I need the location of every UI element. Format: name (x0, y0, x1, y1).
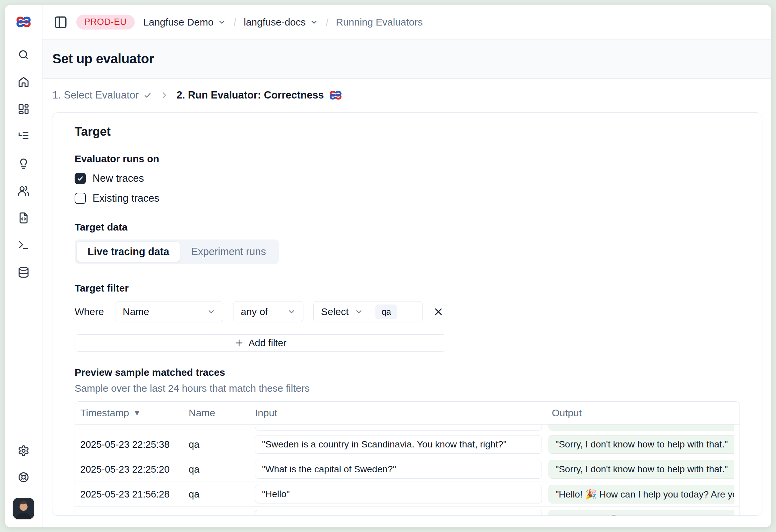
sort-desc-icon: ▼ (133, 408, 141, 417)
tab-live-tracing-data[interactable]: Live tracing data (77, 242, 180, 262)
trace-name: qa (189, 464, 255, 475)
trace-output-cell: "Hello! 🎉 How can I help you today? Are … (549, 485, 734, 504)
wizard-steps: 1. Select Evaluator 2. Run Evaluator: Co… (42, 78, 771, 112)
check-icon (143, 91, 152, 100)
col-input: Input (255, 407, 549, 418)
tab-experiment-runs[interactable]: Experiment runs (180, 242, 276, 262)
runs-on-label: Evaluator runs on (74, 153, 740, 165)
table-row[interactable]: 2025-05-23 22:25:38 qa "Sweden is a coun… (75, 432, 740, 457)
filter-row: Where Name any of Select (74, 301, 740, 322)
chevron-down-icon (310, 18, 318, 26)
chevron-down-icon (287, 308, 296, 316)
chevron-down-icon (207, 308, 216, 316)
target-card: Target Evaluator runs on New traces Exis… (52, 113, 762, 516)
chevron-down-icon (355, 308, 363, 316)
chevron-right-icon (160, 91, 169, 100)
breadcrumb-org[interactable]: Langfuse Demo (143, 17, 226, 28)
filter-value-chip: qa (375, 305, 397, 319)
breadcrumb: Langfuse Demo / langfuse-docs / Running … (143, 16, 423, 28)
filter-operator-select[interactable]: any of (233, 301, 304, 322)
trace-timestamp: 2025-05-23 21:56:28 (80, 489, 189, 500)
filter-value-select[interactable]: Select qa (314, 301, 423, 322)
trace-timestamp: 2025-05-23 22:25:20 (80, 464, 189, 475)
app-root: PROD-EU Langfuse Demo / langfuse-docs / … (0, 0, 776, 532)
checkbox-checked-icon[interactable] (74, 173, 86, 184)
col-name[interactable]: Name (189, 407, 255, 418)
col-timestamp[interactable]: Timestamp ▼ (80, 407, 189, 418)
new-traces-label: New traces (92, 172, 144, 184)
filter-column-select[interactable]: Name (115, 301, 223, 322)
chevron-down-icon (218, 18, 226, 26)
step-select-evaluator[interactable]: 1. Select Evaluator (52, 89, 152, 101)
trace-output-cell (549, 424, 734, 430)
trace-input-cell: "Hello" (255, 485, 542, 504)
preview-title: Preview sample matched traces (74, 367, 740, 378)
target-data-tabs: Live tracing data Experiment runs (74, 239, 279, 264)
page-content: Target Evaluator runs on New traces Exis… (42, 112, 771, 527)
trace-output-cell: "Hello there! 😊 How can I assist you tod… (549, 510, 734, 516)
users-icon[interactable] (18, 185, 29, 197)
topbar: PROD-EU Langfuse Demo / langfuse-docs / … (42, 5, 771, 39)
trace-input-cell: "What is the capital of Sweden?" (255, 460, 542, 479)
trace-output-cell: "Sorry, I don't know how to help with th… (549, 460, 734, 479)
col-output: Output (549, 407, 734, 418)
trace-input-cell: "Sweden is a country in Scandinavia. You… (255, 435, 542, 454)
target-section-title: Target (74, 125, 740, 139)
app-window: PROD-EU Langfuse Demo / langfuse-docs / … (5, 5, 771, 527)
sidebar (5, 5, 42, 527)
existing-traces-label: Existing traces (92, 192, 160, 204)
main-area: PROD-EU Langfuse Demo / langfuse-docs / … (42, 5, 771, 527)
terminal-icon[interactable] (18, 239, 29, 251)
trace-name: qa (189, 489, 255, 500)
environment-badge: PROD-EU (76, 15, 135, 29)
trace-name: qa (189, 439, 255, 450)
checkbox-unchecked-icon[interactable] (74, 193, 86, 204)
page-title: Set up evaluator (52, 51, 154, 66)
remove-filter-button[interactable] (433, 306, 444, 317)
new-traces-option[interactable]: New traces (74, 172, 740, 184)
step-run-evaluator: 2. Run Evaluator: Correctness (176, 89, 342, 102)
ragas-evaluator-icon (329, 89, 342, 102)
add-filter-button[interactable]: Add filter (74, 334, 446, 352)
divider (370, 306, 370, 318)
breadcrumb-page: Running Evaluators (336, 17, 423, 28)
lifebuoy-icon[interactable] (18, 471, 29, 483)
trace-output-cell: "Sorry, I don't know how to help with th… (549, 435, 734, 454)
file-code-icon[interactable] (18, 212, 29, 224)
trace-timestamp: 2025-05-23 19:07:28 (80, 514, 189, 516)
preview-table: Timestamp ▼ Name Input Output (74, 401, 740, 516)
table-row[interactable]: 2025-05-23 21:56:28 qa "Hello" "Hello! 🎉… (75, 482, 740, 507)
trace-timestamp: 2025-05-23 22:25:38 (80, 439, 189, 450)
lightbulb-icon[interactable] (18, 158, 29, 169)
ragas-logo[interactable] (16, 14, 31, 29)
tracing-tree-icon[interactable] (18, 130, 29, 142)
panel-left-icon[interactable] (54, 15, 68, 29)
sidebar-bottom (13, 445, 34, 519)
table-row[interactable]: 2025-05-23 19:07:28 qa "Hello" "Hello th… (75, 507, 740, 516)
breadcrumb-separator: / (326, 16, 328, 28)
existing-traces-option[interactable]: Existing traces (74, 192, 740, 204)
user-avatar[interactable] (13, 498, 34, 519)
table-header-row: Timestamp ▼ Name Input Output (75, 402, 740, 424)
table-row-partial[interactable] (75, 424, 740, 432)
target-data-label: Target data (74, 221, 740, 233)
home-icon[interactable] (18, 76, 29, 88)
trace-input-cell: "Hello" (255, 510, 542, 516)
sidebar-nav (18, 49, 29, 278)
trace-input-cell (255, 424, 542, 430)
trace-name: qa (189, 514, 255, 516)
preview-subtitle: Sample over the last 24 hours that match… (74, 383, 740, 394)
breadcrumb-project[interactable]: langfuse-docs (244, 17, 318, 28)
page-header: Set up evaluator (42, 39, 771, 78)
target-filter-label: Target filter (74, 283, 740, 294)
search-icon[interactable] (18, 49, 29, 61)
dashboard-icon[interactable] (18, 103, 29, 115)
table-row[interactable]: 2025-05-23 22:25:20 qa "What is the capi… (75, 457, 740, 482)
plus-icon (234, 338, 244, 348)
database-icon[interactable] (18, 266, 29, 278)
breadcrumb-separator: / (234, 16, 236, 28)
filter-where-label: Where (74, 306, 105, 317)
settings-gear-icon[interactable] (18, 445, 29, 457)
